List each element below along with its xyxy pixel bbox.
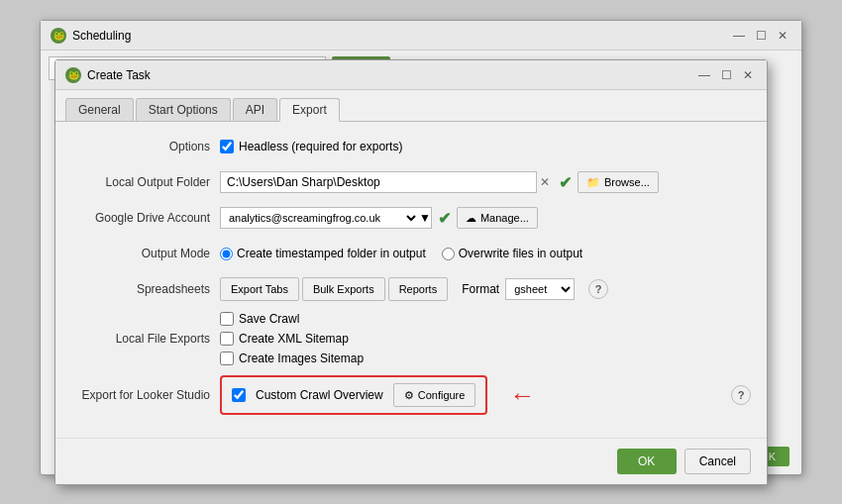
custom-crawl-checkbox[interactable]	[232, 388, 246, 402]
output-mode-radio-group: Create timestamped folder in output Over…	[220, 247, 582, 260]
headless-label: Headless (required for exports)	[239, 140, 402, 153]
dialog-titlebar: 🐸 Create Task — ☐ ✕	[55, 60, 767, 90]
save-crawl-label: Save Crawl	[239, 312, 299, 326]
google-drive-dropdown[interactable]: analytics@screamingfrog.co.uk ▼	[220, 207, 432, 229]
create-images-option[interactable]: Create Images Sitemap	[220, 352, 364, 365]
spreadsheets-help-button[interactable]: ?	[588, 279, 608, 299]
browse-button[interactable]: 📁 Browse...	[578, 171, 659, 193]
local-output-clear-button[interactable]: ✕	[537, 175, 553, 189]
radio-overwrite[interactable]: Overwrite files in output	[442, 247, 582, 260]
local-output-input[interactable]	[220, 171, 537, 193]
save-crawl-checkbox[interactable]	[220, 312, 234, 326]
looker-help-button[interactable]: ?	[731, 385, 751, 405]
scheduling-minimize-button[interactable]: —	[730, 27, 748, 45]
custom-crawl-option[interactable]	[232, 388, 246, 402]
gear-icon: ⚙	[404, 389, 414, 402]
scheduling-title-area: 🐸 Scheduling	[51, 28, 131, 44]
output-mode-control: Create timestamped folder in output Over…	[220, 247, 751, 260]
file-exports-column: Save Crawl Create XML Sitemap Create Ima…	[220, 312, 364, 365]
app-icon: 🐸	[51, 28, 66, 44]
scheduling-window-controls: — ☐ ✕	[730, 27, 791, 45]
create-task-dialog: 🐸 Create Task — ☐ ✕ General Start Option…	[54, 59, 768, 485]
local-output-input-wrapper: ✕	[220, 171, 553, 193]
browse-label: Browse...	[604, 176, 650, 188]
spreadsheets-label: Spreadsheets	[71, 282, 220, 296]
tab-general[interactable]: General	[65, 98, 134, 121]
drive-icon: ☁	[466, 212, 476, 225]
bulk-exports-button[interactable]: Bulk Exports	[302, 277, 385, 301]
local-file-row: Local File Exports Save Crawl Create XML…	[71, 312, 751, 365]
local-output-valid-icon: ✔	[559, 173, 572, 192]
dialog-minimize-button[interactable]: —	[695, 66, 713, 84]
ok-button[interactable]: OK	[617, 449, 677, 474]
output-mode-label: Output Mode	[71, 247, 220, 260]
tab-bar: General Start Options API Export	[55, 90, 767, 122]
local-file-label: Local File Exports	[71, 332, 220, 346]
export-tabs-button[interactable]: Export Tabs	[220, 277, 299, 301]
local-output-label: Local Output Folder	[71, 175, 220, 189]
looker-row: Export for Looker Studio Custom Crawl Ov…	[71, 375, 751, 415]
radio-timestamped[interactable]: Create timestamped folder in output	[220, 247, 426, 260]
reports-button[interactable]: Reports	[388, 277, 449, 301]
options-row: Options Headless (required for exports)	[71, 134, 751, 159]
dropdown-arrow-icon: ▼	[419, 211, 431, 225]
format-label: Format	[462, 282, 499, 296]
looker-control: Custom Crawl Overview ⚙ Configure ← ?	[220, 375, 751, 415]
configure-label: Configure	[418, 389, 466, 401]
tab-start-options[interactable]: Start Options	[136, 98, 231, 121]
configure-button[interactable]: ⚙ Configure	[393, 383, 476, 407]
options-control: Headless (required for exports)	[220, 140, 751, 153]
manage-label: Manage...	[480, 212, 529, 224]
manage-button[interactable]: ☁ Manage...	[457, 207, 538, 229]
google-drive-control: analytics@screamingfrog.co.uk ▼ ✔ ☁ Mana…	[220, 207, 751, 229]
scheduling-restore-button[interactable]: ☐	[752, 27, 770, 45]
dialog-content: Options Headless (required for exports) …	[55, 122, 767, 437]
headless-option[interactable]: Headless (required for exports)	[220, 140, 402, 153]
dialog-window-controls: — ☐ ✕	[695, 66, 757, 84]
red-arrow-icon: ←	[509, 380, 535, 411]
create-xml-label: Create XML Sitemap	[239, 332, 349, 346]
create-images-checkbox[interactable]	[220, 352, 234, 365]
dialog-close-button[interactable]: ✕	[739, 66, 757, 84]
spreadsheets-button-group: Export Tabs Bulk Exports Reports	[220, 277, 448, 301]
save-crawl-option[interactable]: Save Crawl	[220, 312, 364, 326]
dialog-restore-button[interactable]: ☐	[717, 66, 735, 84]
scheduling-close-button[interactable]: ✕	[774, 27, 791, 45]
radio-overwrite-label: Overwrite files in output	[459, 247, 582, 260]
looker-label: Export for Looker Studio	[71, 388, 220, 402]
custom-crawl-label: Custom Crawl Overview	[256, 388, 383, 402]
cancel-button[interactable]: Cancel	[684, 449, 751, 474]
output-mode-row: Output Mode Create timestamped folder in…	[71, 241, 751, 266]
spreadsheets-control: Export Tabs Bulk Exports Reports Format …	[220, 277, 751, 301]
dialog-title-area: 🐸 Create Task	[65, 67, 151, 83]
scheduling-title: Scheduling	[72, 29, 131, 43]
looker-section: Custom Crawl Overview ⚙ Configure	[220, 375, 487, 415]
create-images-label: Create Images Sitemap	[239, 352, 364, 365]
folder-icon: 📁	[586, 176, 600, 189]
format-select[interactable]: gsheet xlsx csv	[505, 278, 575, 300]
spreadsheets-row: Spreadsheets Export Tabs Bulk Exports Re…	[71, 276, 751, 302]
google-drive-label: Google Drive Account	[71, 211, 220, 225]
radio-timestamped-input[interactable]	[220, 248, 233, 260]
google-drive-valid-icon: ✔	[438, 209, 451, 228]
create-xml-option[interactable]: Create XML Sitemap	[220, 332, 364, 346]
red-arrow-indicator: ←	[509, 380, 535, 411]
google-drive-row: Google Drive Account analytics@screaming…	[71, 205, 751, 231]
dialog-app-icon: 🐸	[65, 67, 81, 83]
dialog-title: Create Task	[87, 68, 151, 82]
create-xml-checkbox[interactable]	[220, 332, 234, 346]
local-output-control: ✕ ✔ 📁 Browse...	[220, 171, 751, 193]
google-drive-select[interactable]: analytics@screamingfrog.co.uk	[221, 208, 419, 228]
options-label: Options	[71, 140, 220, 153]
local-output-row: Local Output Folder ✕ ✔ 📁 Browse...	[71, 169, 751, 195]
radio-timestamped-label: Create timestamped folder in output	[237, 247, 426, 260]
tab-api[interactable]: API	[233, 98, 277, 121]
radio-overwrite-input[interactable]	[442, 248, 455, 260]
headless-checkbox[interactable]	[220, 140, 234, 153]
local-file-control: Save Crawl Create XML Sitemap Create Ima…	[220, 312, 751, 365]
dialog-footer: OK Cancel	[55, 438, 767, 484]
scheduling-titlebar: 🐸 Scheduling — ☐ ✕	[41, 21, 801, 50]
tab-export[interactable]: Export	[279, 98, 340, 122]
